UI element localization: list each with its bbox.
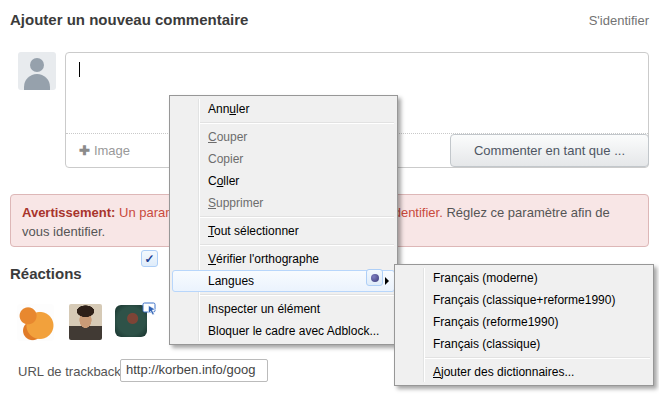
context-menu-item-label: Tout sélectionner: [208, 224, 299, 238]
reactions-heading: Réactions: [10, 265, 82, 282]
submenu-arrow-icon: [385, 277, 389, 285]
languages-submenu-item-label: Ajouter des dictionnaires...: [433, 365, 574, 379]
comment-as-button[interactable]: Commenter en tant que ...: [450, 134, 649, 167]
reaction-avatar-cat[interactable]: [17, 304, 54, 341]
languages-submenu-separator: [425, 357, 650, 359]
context-menu-item-coller[interactable]: Coller: [172, 170, 395, 192]
reaction-avatar-man[interactable]: [69, 304, 102, 340]
plus-icon: ✚: [79, 143, 90, 158]
context-menu-item-langues[interactable]: Langues: [172, 270, 395, 292]
warning-prefix: Avertissement:: [22, 205, 115, 220]
context-menu-item-bloquer-le-cadre-avec-adblock[interactable]: Bloquer le cadre avec Adblock...: [172, 320, 395, 342]
context-menu-item-label: Langues: [208, 274, 254, 288]
user-avatar-placeholder-icon: [18, 52, 56, 90]
languages-submenu-item-francais-reforme1990[interactable]: Français (reforme1990): [397, 311, 651, 333]
comment-page: Ajouter un nouveau commentaire S'identif…: [0, 0, 659, 402]
context-menu: AnnulerCouperCopierCollerSupprimerTout s…: [169, 95, 398, 345]
languages-submenu-item-label: Français (classique+reforme1990): [433, 293, 615, 307]
context-menu-item-tout-selectionner[interactable]: Tout sélectionner: [172, 220, 395, 242]
context-menu-item-supprimer[interactable]: Supprimer: [172, 192, 395, 214]
context-menu-separator: [200, 244, 394, 246]
languages-submenu: Français (moderne)Français (classique+re…: [394, 264, 654, 386]
context-menu-separator: [200, 122, 394, 124]
page-title: Ajouter un nouveau commentaire: [10, 11, 248, 28]
languages-submenu-item-label: Français (moderne): [433, 271, 538, 285]
languages-submenu-item-label: Français (classique): [433, 337, 540, 351]
context-menu-item-label: Copier: [208, 152, 243, 166]
inspect-element-icon: [142, 301, 158, 317]
languages-submenu-item-label: Français (reforme1990): [433, 315, 558, 329]
radio-selected-icon: [366, 269, 383, 286]
text-caret: [79, 62, 80, 77]
context-menu-item-label: Couper: [208, 130, 247, 144]
trackback-label: URL de trackback: [18, 364, 121, 379]
languages-submenu-item-francais-classique[interactable]: Français (classique): [397, 333, 651, 355]
languages-submenu-item-francais-moderne[interactable]: Français (moderne): [397, 267, 651, 289]
languages-submenu-item-ajouter-des-dictionnaires[interactable]: Ajouter des dictionnaires...: [397, 361, 651, 383]
context-menu-item-label: Vérifier l'orthographe: [208, 252, 319, 266]
context-menu-item-verifier-l-orthographe[interactable]: ✓Vérifier l'orthographe: [172, 248, 395, 270]
context-menu-item-label: Supprimer: [208, 196, 263, 210]
context-menu-separator: [200, 216, 394, 218]
context-menu-item-label: Bloquer le cadre avec Adblock...: [208, 324, 379, 338]
context-menu-item-inspecter-un-element[interactable]: Inspecter un élément: [172, 298, 395, 320]
context-menu-item-annuler[interactable]: Annuler: [172, 98, 395, 120]
context-menu-separator: [200, 294, 394, 296]
trackback-url-input[interactable]: http://korben.info/goog: [120, 359, 268, 382]
context-menu-item-label: Inspecter un élément: [208, 302, 320, 316]
attach-image-button[interactable]: ✚Image: [79, 143, 130, 158]
checkmark-icon: ✓: [141, 250, 158, 267]
context-menu-item-copier[interactable]: Copier: [172, 148, 395, 170]
languages-submenu-item-francais-classique-reforme1990[interactable]: Français (classique+reforme1990): [397, 289, 651, 311]
signin-link[interactable]: S'identifier: [589, 13, 649, 28]
context-menu-item-label: Coller: [208, 174, 239, 188]
context-menu-item-label: Annuler: [208, 102, 249, 116]
context-menu-item-couper[interactable]: Couper: [172, 126, 395, 148]
attach-image-label: Image: [94, 143, 130, 158]
